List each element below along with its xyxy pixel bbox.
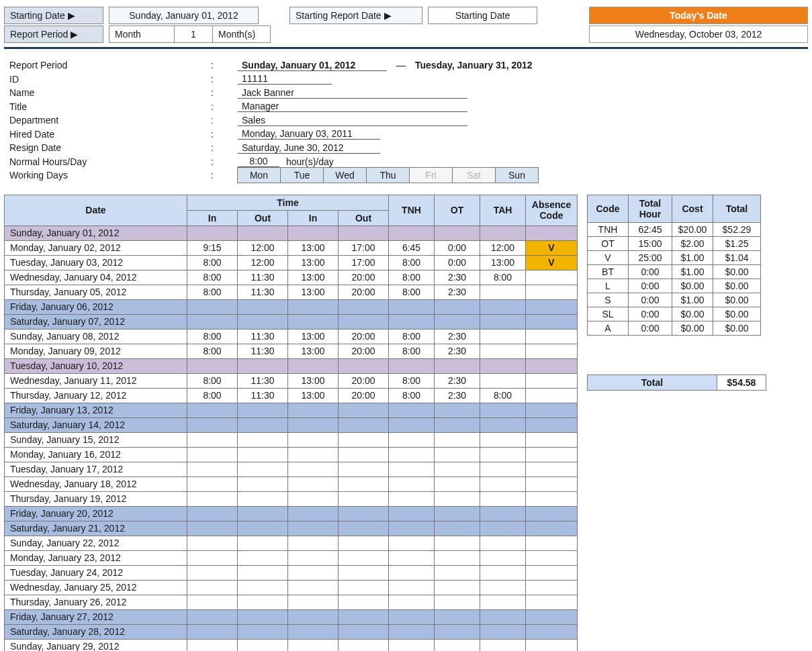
- time-cell[interactable]: 2:30: [435, 344, 480, 358]
- time-cell[interactable]: V: [526, 255, 578, 270]
- time-cell[interactable]: 8:00: [389, 270, 435, 285]
- normal-hours-value[interactable]: 8:00: [238, 156, 279, 167]
- time-cell[interactable]: [187, 491, 238, 506]
- time-cell[interactable]: [435, 580, 480, 595]
- time-cell[interactable]: [480, 609, 526, 624]
- time-cell[interactable]: [480, 285, 526, 299]
- time-cell[interactable]: [288, 226, 339, 240]
- report-period-month[interactable]: Month: [109, 26, 175, 43]
- time-cell[interactable]: 8:00: [389, 344, 435, 358]
- time-cell[interactable]: [526, 447, 578, 462]
- time-cell[interactable]: [389, 595, 435, 609]
- time-cell[interactable]: 13:00: [288, 240, 339, 255]
- time-cell[interactable]: 13:00: [288, 270, 339, 285]
- time-cell[interactable]: [480, 624, 526, 639]
- time-cell[interactable]: [288, 477, 339, 491]
- time-cell[interactable]: [389, 417, 435, 432]
- time-cell[interactable]: [480, 226, 526, 240]
- time-cell[interactable]: [339, 595, 389, 609]
- time-cell[interactable]: [389, 639, 435, 651]
- time-cell[interactable]: 13:00: [288, 388, 339, 403]
- time-cell[interactable]: [389, 299, 435, 314]
- time-cell[interactable]: [389, 314, 435, 329]
- time-cell[interactable]: [526, 329, 578, 344]
- time-cell[interactable]: [187, 358, 238, 373]
- time-cell[interactable]: [435, 595, 480, 609]
- time-cell[interactable]: [288, 639, 339, 651]
- time-cell[interactable]: [187, 580, 238, 595]
- time-cell[interactable]: [435, 462, 480, 477]
- time-cell[interactable]: [480, 417, 526, 432]
- starting-report-date-value[interactable]: Starting Date: [428, 7, 537, 24]
- time-cell[interactable]: [480, 595, 526, 609]
- time-cell[interactable]: [187, 565, 238, 580]
- time-cell[interactable]: [480, 447, 526, 462]
- time-cell[interactable]: [238, 432, 288, 447]
- time-cell[interactable]: [238, 403, 288, 417]
- time-cell[interactable]: [435, 536, 480, 550]
- time-cell[interactable]: [480, 432, 526, 447]
- working-day-mon[interactable]: Mon: [237, 167, 281, 183]
- time-cell[interactable]: 8:00: [389, 285, 435, 299]
- time-cell[interactable]: [435, 609, 480, 624]
- report-period-qty[interactable]: 1: [175, 26, 213, 43]
- time-cell[interactable]: 17:00: [339, 240, 389, 255]
- time-cell[interactable]: [480, 506, 526, 521]
- time-cell[interactable]: [238, 609, 288, 624]
- working-day-sat[interactable]: Sat: [452, 167, 496, 183]
- time-cell[interactable]: [187, 506, 238, 521]
- time-cell[interactable]: [238, 491, 288, 506]
- time-cell[interactable]: [526, 314, 578, 329]
- time-cell[interactable]: 6:45: [389, 240, 435, 255]
- time-cell[interactable]: [339, 447, 389, 462]
- time-cell[interactable]: [339, 226, 389, 240]
- time-cell[interactable]: [187, 447, 238, 462]
- time-cell[interactable]: 20:00: [339, 344, 389, 358]
- time-cell[interactable]: [288, 417, 339, 432]
- time-cell[interactable]: [435, 624, 480, 639]
- time-cell[interactable]: [480, 491, 526, 506]
- time-cell[interactable]: [339, 403, 389, 417]
- time-cell[interactable]: [238, 358, 288, 373]
- time-cell[interactable]: [238, 550, 288, 565]
- working-day-wed[interactable]: Wed: [323, 167, 367, 183]
- time-cell[interactable]: [187, 477, 238, 491]
- time-cell[interactable]: [238, 226, 288, 240]
- time-cell[interactable]: [238, 624, 288, 639]
- time-cell[interactable]: [480, 580, 526, 595]
- time-cell[interactable]: [187, 403, 238, 417]
- time-cell[interactable]: [526, 477, 578, 491]
- time-cell[interactable]: [187, 462, 238, 477]
- time-cell[interactable]: [288, 491, 339, 506]
- time-cell[interactable]: [435, 447, 480, 462]
- time-cell[interactable]: 20:00: [339, 270, 389, 285]
- working-day-thu[interactable]: Thu: [366, 167, 410, 183]
- time-cell[interactable]: [238, 521, 288, 536]
- time-cell[interactable]: [389, 477, 435, 491]
- time-cell[interactable]: [288, 403, 339, 417]
- time-cell[interactable]: [389, 226, 435, 240]
- time-cell[interactable]: [526, 491, 578, 506]
- time-cell[interactable]: [389, 403, 435, 417]
- time-cell[interactable]: [288, 536, 339, 550]
- time-cell[interactable]: 8:00: [187, 270, 238, 285]
- time-cell[interactable]: [526, 580, 578, 595]
- time-cell[interactable]: 11:30: [238, 373, 288, 388]
- time-cell[interactable]: [238, 299, 288, 314]
- time-cell[interactable]: [288, 506, 339, 521]
- time-cell[interactable]: [187, 521, 238, 536]
- time-cell[interactable]: [187, 417, 238, 432]
- time-cell[interactable]: [480, 536, 526, 550]
- time-cell[interactable]: [339, 506, 389, 521]
- time-cell[interactable]: [187, 226, 238, 240]
- time-cell[interactable]: 8:00: [389, 329, 435, 344]
- time-cell[interactable]: [389, 624, 435, 639]
- time-cell[interactable]: [526, 550, 578, 565]
- time-cell[interactable]: [187, 595, 238, 609]
- time-cell[interactable]: 8:00: [389, 388, 435, 403]
- time-cell[interactable]: [339, 639, 389, 651]
- time-cell[interactable]: [187, 299, 238, 314]
- time-cell[interactable]: 8:00: [187, 388, 238, 403]
- time-cell[interactable]: [288, 314, 339, 329]
- time-cell[interactable]: [288, 358, 339, 373]
